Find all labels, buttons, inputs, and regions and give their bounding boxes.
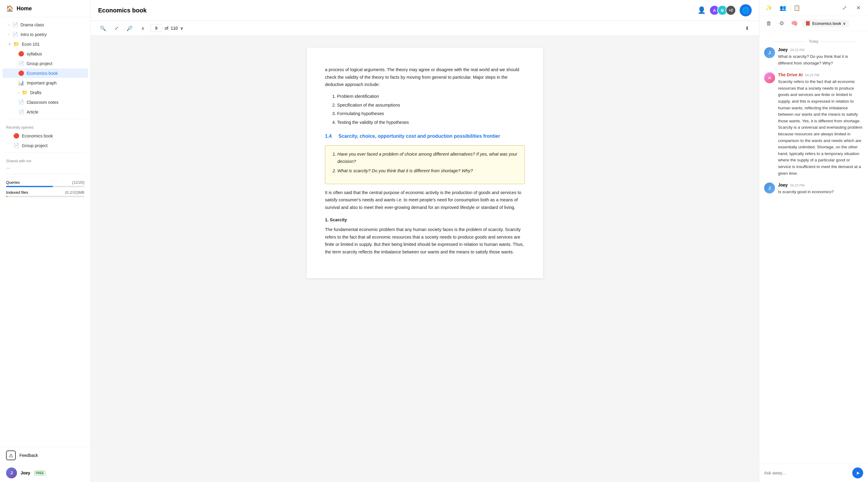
feedback-item[interactable]: ⚠ Feedback [0, 447, 91, 464]
econ101-label: Econ 101 [22, 42, 40, 46]
callout-1: Have you ever faced a problem of choice … [337, 151, 519, 165]
user-item[interactable]: J Joey FREE [0, 464, 91, 482]
chat-input[interactable] [764, 471, 849, 475]
message-2: AI The Drive AI 04:22 PM Scarcity refers… [764, 72, 863, 176]
main-area: Economics book 👤 A B +2 🌐 🔍 ⤢ 🔎 ∧ of 110… [91, 0, 759, 482]
econ-book-label: Economics book [27, 71, 58, 76]
doc-pdf-icon: 📕 [805, 21, 810, 26]
recent-econ-icon: 🔴 [13, 133, 20, 139]
recently-opened-label: Recently opened [0, 122, 91, 131]
ai-avatar: AI [764, 72, 775, 83]
prev-page-button[interactable]: ∧ [138, 23, 148, 33]
free-badge: FREE [34, 471, 46, 476]
msg-header-3: Joey 04:23 PM [778, 183, 863, 187]
shared-divider [5, 153, 86, 153]
queries-count: (12/20) [72, 180, 85, 185]
feedback-label: Feedback [20, 453, 38, 458]
date-separator: Today [764, 39, 863, 43]
deductive-steps-list: Problem identification Specification of … [337, 93, 525, 126]
right-panel-header: ✨ 👥 📋 ⤢ ✕ [759, 0, 868, 16]
msg-time-3: 04:23 PM [790, 184, 804, 187]
queries-progress-bar [6, 186, 85, 187]
trash-icon-button[interactable]: 🗑 [764, 19, 774, 28]
doc-selector[interactable]: 📕 Economics book ∨ [802, 20, 849, 27]
msg-body-2: The Drive AI 04:22 PM Scarcity refers to… [778, 72, 863, 176]
settings-icon-button[interactable]: ⚙ [777, 19, 786, 28]
sidebar-item-drama[interactable]: › 📄 Drama class [2, 20, 88, 29]
main-header: Economics book 👤 A B +2 🌐 [91, 0, 759, 21]
indexed-files-progress-fill [6, 196, 7, 197]
sidebar-item-poetry[interactable]: › 📄 Intro to poetry [2, 30, 88, 39]
wand-icon-button[interactable]: ✨ [764, 3, 774, 13]
nav-divider [5, 119, 86, 119]
message-3: J Joey 04:23 PM Is scarcity good in econ… [764, 183, 863, 195]
section-title: Scarcity, choice, opportunity cost and p… [338, 133, 500, 139]
page-total: 110 [171, 26, 178, 31]
doc-selector-chevron: ∨ [843, 21, 846, 26]
zoom-out-button[interactable]: 🔎 [125, 23, 134, 33]
notes-icon-button[interactable]: 📋 [792, 3, 802, 13]
chevron-right-icon: › [18, 91, 20, 94]
sidebar-item-economics-book[interactable]: 🔴 Economics book [2, 68, 88, 78]
classroom-notes-icon: 📄 [18, 99, 24, 105]
page-input[interactable] [150, 25, 162, 32]
home-label[interactable]: Home [17, 5, 32, 12]
graph-icon: 📊 [18, 80, 24, 86]
article-label: Article [27, 109, 38, 115]
avatar-stack: A B +2 [709, 5, 736, 15]
sidebar-item-group-project[interactable]: 📄 Group project [2, 59, 88, 68]
recent-group-project[interactable]: 📄 Group project [2, 141, 88, 150]
sidebar-item-important-graph[interactable]: 📊 Important graph [2, 78, 88, 88]
drafts-icon: 📁 [22, 90, 28, 95]
chat-area[interactable]: Today J Joey 04:22 PM What is scarcity? … [759, 31, 868, 463]
msg-text-1: What is scarcity? Do you think that it i… [778, 53, 863, 66]
sidebar-item-classroom-notes[interactable]: 📄 Classroom notes [2, 97, 88, 107]
shared-label: Shared with me [0, 155, 91, 164]
pdf-viewer[interactable]: a process of logical arguments. The theo… [91, 36, 759, 482]
page-nav: ∧ of 110 ∨ [138, 23, 183, 33]
sidebar-item-drafts[interactable]: › 📁 Drafts [2, 88, 88, 97]
indexed-files-count: (0.2/10)MB [65, 190, 85, 195]
msg-header-2: The Drive AI 04:22 PM [778, 72, 863, 77]
queries-section: Queries (12/20) Indexed files (0.2/10)MB [0, 176, 91, 204]
sidebar-item-article[interactable]: 📄 Article [2, 107, 88, 117]
group-icon-button[interactable]: 👥 [778, 3, 788, 13]
send-button[interactable]: ➤ [852, 468, 863, 478]
pdf-toolbar: 🔍 ⤢ 🔎 ∧ of 110 ∨ ⬇ [91, 21, 759, 36]
close-icon-button[interactable]: ✕ [854, 3, 863, 13]
msg-time-1: 04:22 PM [790, 48, 804, 52]
doc-selector-label: Economics book [812, 21, 841, 26]
article-icon: 📄 [18, 109, 24, 115]
message-1: J Joey 04:22 PM What is scarcity? Do you… [764, 47, 863, 66]
step-3: Formulating hypotheses [337, 110, 525, 118]
sidebar-footer: ⚠ Feedback J Joey FREE [0, 447, 91, 482]
msg-sender-1: Joey [778, 47, 788, 52]
msg-header-1: Joey 04:22 PM [778, 47, 863, 52]
user-icon[interactable]: 👤 [698, 6, 706, 14]
callout-list: Have you ever faced a problem of choice … [337, 151, 519, 175]
expand-icon-button[interactable]: ⤢ [840, 3, 849, 13]
scarcity-heading: 1. Scarcity [325, 216, 525, 224]
zoom-in-button[interactable]: 🔍 [98, 23, 108, 33]
group-project-icon: 📄 [18, 61, 24, 66]
page-title: Economics book [98, 7, 147, 14]
brain-icon: 🧠 [789, 19, 799, 28]
sidebar-item-econ101[interactable]: ∨ 📁 Econ 101 [2, 39, 88, 49]
section-number: 1.4 [325, 133, 332, 139]
para1: It is often said that the central purpos… [325, 189, 525, 211]
queries-label: Queries [6, 180, 20, 185]
chevron-right-icon: › [8, 23, 10, 27]
globe-button[interactable]: 🌐 [740, 4, 752, 17]
header-actions: 👤 A B +2 🌐 [698, 4, 752, 17]
page-dropdown-icon[interactable]: ∨ [180, 26, 183, 31]
recent-econ-book[interactable]: 🔴 Economics book [2, 131, 88, 140]
download-button[interactable]: ⬇ [742, 23, 752, 33]
classroom-notes-label: Classroom notes [27, 100, 58, 105]
right-panel-toolbar: 🗑 ⚙ 🧠 📕 Economics book ∨ [759, 16, 868, 31]
user-avatar: J [6, 468, 17, 478]
group-project-label: Group project [27, 61, 52, 66]
econ-folder-icon: 📁 [13, 41, 20, 47]
sidebar-item-syllabus[interactable]: 🔴 syllabus [2, 49, 88, 58]
indexed-files-label: Indexed files [6, 190, 28, 195]
fit-page-button[interactable]: ⤢ [112, 23, 121, 33]
